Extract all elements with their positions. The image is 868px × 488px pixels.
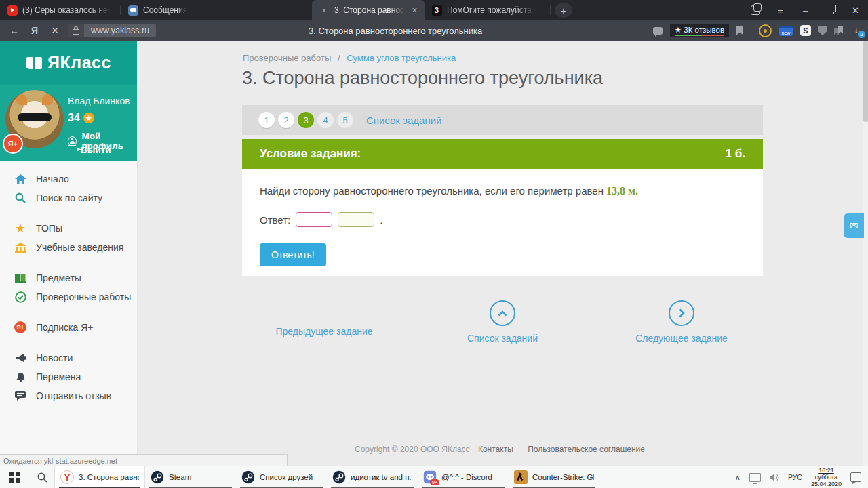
action-center-icon[interactable] bbox=[850, 472, 861, 482]
contacts-link[interactable]: Контакты bbox=[478, 445, 513, 454]
vk-messages-icon bbox=[127, 5, 138, 16]
avatar-sunglasses bbox=[18, 113, 52, 121]
search-icon bbox=[37, 472, 47, 483]
yandex-button[interactable]: Я bbox=[24, 25, 45, 36]
sidebar-item-feedback[interactable]: Отправить отзыв bbox=[0, 386, 137, 405]
taskbar-item-steam-friends[interactable]: Список друзей bbox=[236, 466, 327, 488]
browser-viewport: ЯКласс Я+ Влад Блинков 34 ★ Мой профиль bbox=[0, 41, 868, 466]
next-task-link[interactable]: Следующее задание bbox=[600, 300, 763, 344]
breadcrumb: Проверочные работы / Сумма углов треугол… bbox=[243, 53, 456, 63]
market-new-icon[interactable]: new bbox=[779, 26, 793, 36]
collections-icon[interactable] bbox=[834, 26, 843, 35]
tab-title: ПомОгите пожалуйста оч bbox=[447, 5, 535, 15]
sidebar-item-tops[interactable]: ★ ТОПы bbox=[0, 219, 137, 238]
restore-button[interactable] bbox=[818, 0, 843, 20]
pager-item-2[interactable]: 2 bbox=[278, 112, 294, 128]
pager-item-1[interactable]: 1 bbox=[258, 112, 275, 128]
sidebar-item-news[interactable]: Новости bbox=[0, 348, 137, 367]
downloads-badge: 2 bbox=[858, 30, 865, 38]
site-reviews-badge[interactable]: ★ 3К отзывов bbox=[670, 24, 729, 37]
task-condition-header: Условие задания: 1 б. bbox=[242, 139, 763, 169]
tray-clock[interactable]: 18:21 суббота 25.04.2020 bbox=[811, 467, 842, 487]
taskbar-item-discord[interactable]: 9+ @^.^ - Discord bbox=[418, 466, 509, 488]
tab-youtube[interactable]: (3) Серы оказалось немер bbox=[0, 0, 121, 20]
shield-extension-icon[interactable] bbox=[818, 26, 827, 35]
search-icon bbox=[14, 192, 27, 203]
answer-row: Ответ: . bbox=[260, 212, 745, 227]
taskbar-search-button[interactable] bbox=[30, 466, 54, 488]
sidebar-item-home[interactable]: Начало bbox=[0, 169, 137, 188]
language-indicator[interactable]: РУС bbox=[788, 473, 802, 481]
star-icon: ★ bbox=[14, 221, 27, 236]
answer-input-1[interactable] bbox=[296, 212, 332, 227]
submit-answer-button[interactable]: Ответить! bbox=[260, 243, 326, 266]
prev-task-link[interactable]: Предыдущее задание bbox=[243, 326, 406, 337]
tray-chevron-icon[interactable]: ∧ bbox=[735, 473, 741, 482]
start-button[interactable] bbox=[0, 466, 30, 488]
task-list-link[interactable]: Список заданий bbox=[366, 115, 441, 126]
logout-link[interactable]: Выйти bbox=[68, 145, 111, 155]
skype-extension-icon[interactable]: S bbox=[800, 25, 811, 36]
minimize-button[interactable]: – bbox=[793, 0, 818, 20]
task-list-nav[interactable]: Список заданий bbox=[421, 300, 584, 344]
agreement-link[interactable]: Пользовательское соглашение bbox=[528, 445, 645, 454]
check-circle-icon bbox=[14, 291, 27, 303]
answer-input-2[interactable] bbox=[338, 212, 374, 227]
protect-coin-icon[interactable] bbox=[759, 24, 772, 37]
chevron-right-icon[interactable] bbox=[669, 300, 694, 326]
downloads-icon[interactable]: ↓2 bbox=[850, 24, 863, 37]
yaklass-logo[interactable]: ЯКласс bbox=[0, 41, 137, 85]
steam-icon bbox=[332, 470, 346, 484]
megaphone-icon bbox=[14, 353, 27, 363]
chevron-up-icon[interactable] bbox=[490, 300, 515, 326]
address-bar[interactable]: www.yaklass.ru bbox=[68, 24, 156, 37]
sidebar-item-search[interactable]: Поиск по сайту bbox=[0, 188, 137, 207]
scrollbar-thumb[interactable] bbox=[863, 41, 868, 122]
close-button[interactable]: ✕ bbox=[843, 0, 868, 20]
sidebar-item-subscription[interactable]: Я+ Подписка Я+ bbox=[0, 318, 137, 337]
tab-yaklass-active[interactable]: 3. Сторона равносторо ✕ bbox=[312, 0, 425, 20]
exit-icon bbox=[68, 145, 76, 155]
sidebar-item-subjects[interactable]: Предметы bbox=[0, 268, 137, 287]
url-text[interactable]: www.yaklass.ru bbox=[84, 26, 156, 35]
breadcrumb-current[interactable]: Сумма углов треугольника bbox=[347, 53, 456, 63]
volume-icon[interactable] bbox=[770, 473, 779, 482]
tabs-panel-icon[interactable] bbox=[743, 0, 768, 20]
feedback-chat-icon bbox=[14, 391, 27, 401]
task-text: Найди сторону равностороннего треугольни… bbox=[260, 185, 745, 197]
scrollbar[interactable] bbox=[863, 41, 868, 466]
divider bbox=[751, 26, 751, 35]
tab-title: 3. Сторона равносторо bbox=[334, 5, 406, 15]
taskbar-item-steam-game[interactable]: идиотик tv and п... bbox=[327, 466, 418, 488]
tab-close-icon[interactable]: ✕ bbox=[412, 6, 418, 15]
page-window-title: 3. Сторона равностороннего треугольника bbox=[309, 20, 482, 41]
system-tray: ∧ РУС 18:21 суббота 25.04.2020 bbox=[735, 466, 868, 488]
messenger-icon[interactable] bbox=[653, 27, 663, 35]
user-score: 34 ★ bbox=[68, 112, 94, 124]
back-button[interactable]: ← bbox=[4, 25, 24, 36]
taskbar-item-yandex[interactable]: Y 3. Сторона равно... bbox=[54, 466, 145, 488]
sidebar-item-tests[interactable]: Проверочные работы bbox=[0, 287, 137, 306]
sidebar-menu: Начало Поиск по сайту ★ ТОПы Учебные зав… bbox=[0, 169, 137, 405]
pager-item-3-active[interactable]: 3 bbox=[298, 112, 314, 128]
task-body: Найди сторону равностороннего треугольни… bbox=[242, 169, 763, 276]
sidebar-item-schools[interactable]: Учебные заведения bbox=[0, 238, 137, 257]
tab-znanija[interactable]: З ПомОгите пожалуйста оч bbox=[425, 0, 551, 20]
feedback-widget-button[interactable]: ✉ bbox=[844, 214, 864, 238]
taskbar-item-steam[interactable]: Steam bbox=[145, 466, 236, 488]
browser-menu-icon[interactable]: ≡ bbox=[768, 0, 793, 20]
network-icon[interactable] bbox=[749, 473, 761, 482]
sidebar-item-break[interactable]: Перемена bbox=[0, 367, 137, 386]
tab-messages[interactable]: Сообщения bbox=[121, 0, 248, 20]
taskbar-item-counter-strike[interactable]: Counter-Strike: GL... bbox=[509, 466, 599, 488]
stop-button[interactable]: ✕ bbox=[45, 25, 65, 36]
toolbar-right-cluster: ★ 3К отзывов new S ↓2 bbox=[653, 20, 863, 41]
book-logo-icon bbox=[26, 57, 42, 69]
breadcrumb-root[interactable]: Проверочные работы bbox=[243, 53, 331, 63]
pager-item-4[interactable]: 4 bbox=[317, 112, 334, 128]
ya-plus-icon: Я+ bbox=[14, 321, 27, 333]
pager-item-5[interactable]: 5 bbox=[337, 112, 353, 128]
user-profile-block: Я+ Влад Блинков 34 ★ Мой профиль Выйти bbox=[0, 85, 137, 161]
new-tab-button[interactable]: + bbox=[555, 3, 572, 18]
bookmark-icon[interactable] bbox=[736, 26, 743, 35]
